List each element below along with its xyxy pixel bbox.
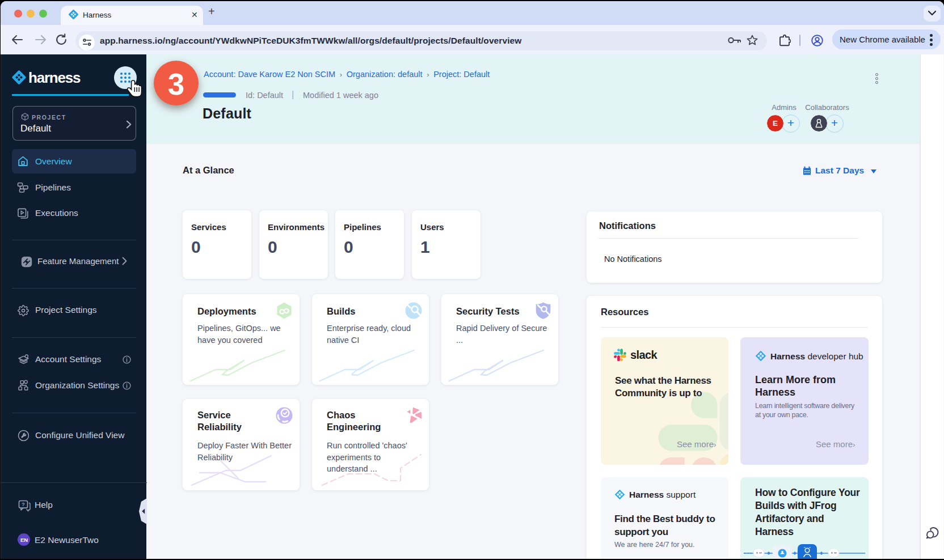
svg-text:?: ?: [22, 501, 25, 507]
